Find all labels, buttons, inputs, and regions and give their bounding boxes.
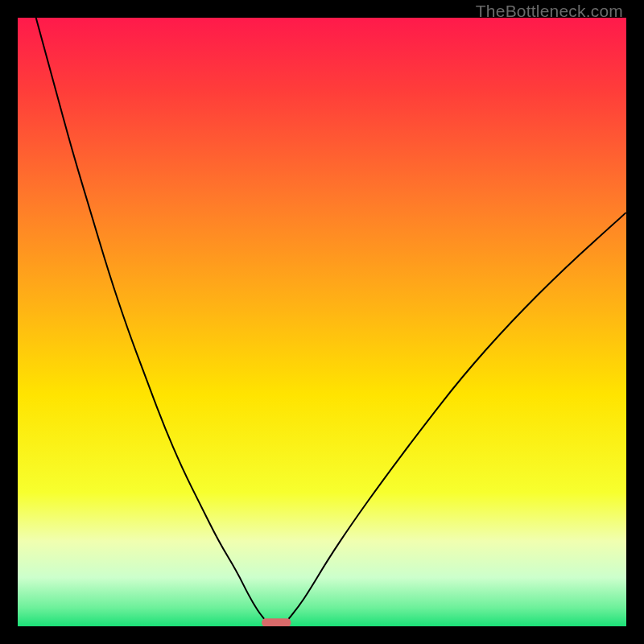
gradient-background <box>18 18 626 626</box>
bottleneck-chart <box>18 18 626 626</box>
watermark-text: TheBottleneck.com <box>476 2 623 21</box>
chart-frame <box>18 18 626 626</box>
bottom-marker <box>262 618 291 626</box>
